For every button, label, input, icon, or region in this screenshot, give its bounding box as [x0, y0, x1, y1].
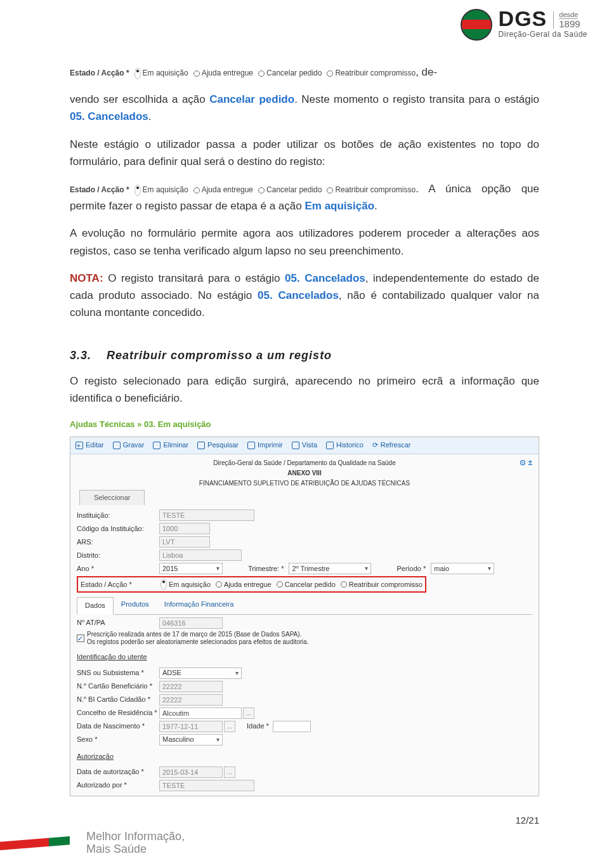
radio-unselected-icon [277, 581, 283, 588]
sexo-label: Sexo * [77, 734, 159, 746]
logo-since-label: desde [559, 11, 578, 19]
tabs: Dados Produtos Informação Financeira [77, 596, 532, 615]
nota-label: NOTA: [70, 272, 103, 284]
gravar-button[interactable]: Gravar [113, 440, 145, 451]
chevron-down-icon: ▾ [216, 563, 219, 574]
section-heading: 3.3. Reatribuir compromisso a um registo [70, 346, 539, 365]
section-number: 3.3. [70, 349, 91, 362]
radio-unselected-icon [216, 581, 222, 588]
trimestre-label: Trimestre: * [248, 563, 284, 575]
radio-ajuda-entregue[interactable]: Ajuda entregue [216, 579, 272, 591]
estado-accao-strip-2: Estado / Acção * Em aquisição Ajuda entr… [70, 184, 416, 196]
radio-selected-icon [134, 185, 141, 196]
date-picker-button[interactable]: … [224, 721, 235, 732]
text-fragment: O registo transitará para o estágio [103, 272, 285, 284]
instituicao-label: Instituição: [77, 510, 159, 522]
accent-05-cancelados: 05. Cancelados [258, 289, 339, 301]
radio-reatribuir[interactable]: Reatribuir compromisso [327, 184, 416, 196]
radio-unselected-icon [193, 187, 200, 194]
bi-label: N.º BI Cartão Cidadão * [77, 694, 159, 706]
radio-unselected-icon [341, 581, 347, 588]
radio-ajuda-entregue[interactable]: Ajuda entregue [193, 67, 253, 79]
radio-unselected-icon [327, 70, 333, 77]
delete-icon [153, 442, 160, 449]
distrito-label: Distrito: [77, 550, 159, 562]
radio-cancelar-pedido[interactable]: Cancelar pedido [258, 184, 322, 196]
accent-05-cancelados: 05. Cancelados [285, 272, 365, 284]
page-number: 12/21 [0, 796, 609, 831]
sns-select[interactable]: ADSE▾ [159, 667, 242, 679]
radio-ajuda-entregue[interactable]: Ajuda entregue [193, 184, 253, 196]
section-title: Reatribuir compromisso a um registo [107, 349, 332, 362]
accent-cancelar-pedido: Cancelar pedido [209, 93, 294, 105]
header-logo: DGS desde 1899 Direção-Geral da Saúde [461, 9, 587, 41]
date-picker-button[interactable]: … [224, 766, 235, 778]
ident-utente-title: Identificação do utente [77, 652, 147, 663]
paragraph-3: A evolução no formulário permite agora a… [70, 225, 539, 259]
radio-cancelar-pedido[interactable]: Cancelar pedido [258, 67, 322, 79]
radio-em-aquisicao[interactable]: Em aquisição [134, 184, 188, 196]
pesquisar-button[interactable]: Pesquisar [197, 440, 239, 451]
concelho-label: Concelho de Residência * [77, 707, 159, 719]
aut-por-label: Autorizado por * [77, 780, 159, 791]
text-fragment: , de- [416, 66, 437, 78]
tab-produtos[interactable]: Produtos [114, 596, 157, 614]
radio-reatribuir[interactable]: Reatribuir compromisso [341, 579, 422, 591]
sexo-select[interactable]: Masculino▾ [159, 734, 223, 746]
bi-field[interactable] [159, 694, 223, 706]
app-header-line2: ANEXO VIII [70, 468, 539, 478]
data-aut-label: Data de autorização * [77, 766, 159, 778]
cartao-field[interactable] [159, 681, 223, 692]
trimestre-select[interactable]: 2º Trimestre▾ [289, 563, 371, 574]
accent-em-aquisicao: Em aquisição [304, 200, 374, 212]
idade-field[interactable] [273, 721, 311, 732]
eliminar-button[interactable]: Eliminar [153, 440, 188, 451]
lookup-button[interactable]: … [243, 707, 254, 719]
tab-dados[interactable]: Dados [77, 597, 114, 615]
concelho-field[interactable] [159, 707, 242, 719]
app-header: Direção-Geral da Saúde / Departamento da… [70, 454, 539, 490]
estado-accao-highlight: Estado / Acção * Em aquisição Ajuda entr… [77, 576, 426, 593]
sns-label: SNS ou Subsistema * [77, 667, 159, 679]
app-header-line3: FINANCIAMENTO SUPLETIVO DE ATRIBUIÇÃO DE… [70, 478, 539, 489]
footer-swoosh-icon [0, 836, 70, 850]
ars-field [159, 536, 210, 548]
radio-unselected-icon [193, 70, 200, 77]
ano-select[interactable]: 2015▾ [159, 563, 223, 574]
codigo-field [159, 523, 210, 534]
estado-label: Estado / Acção * [81, 579, 155, 591]
vista-button[interactable]: Vista [292, 440, 317, 451]
header-utility-icons[interactable]: ⊙ ± [520, 457, 532, 469]
tab-info-financeira[interactable]: Informação Financeira [157, 596, 241, 614]
natpa-field [159, 617, 223, 629]
cartao-label: N.º Cartão Beneficiário * [77, 681, 159, 692]
page-footer: Melhor Informação, Mais Saúde [0, 831, 609, 860]
accent-05-cancelados: 05. Cancelados [70, 110, 148, 122]
refrescar-button[interactable]: ⟳Refrescar [372, 440, 411, 451]
periodo-select[interactable]: maio▾ [431, 563, 494, 574]
ano-label: Ano * [77, 563, 159, 575]
footer-line2: Mais Saúde [86, 843, 185, 856]
radio-em-aquisicao[interactable]: Em aquisição [160, 579, 211, 590]
editar-button[interactable]: Editar [75, 440, 104, 451]
codigo-label: Código da Instituição: [77, 523, 159, 535]
distrito-field [159, 549, 242, 561]
seleccionar-tab[interactable]: Seleccionar [79, 490, 145, 506]
logo-subtitle: Direção-Geral da Saúde [499, 29, 587, 41]
text-fragment: . [374, 200, 377, 212]
radio-selected-icon [134, 68, 141, 79]
nasc-field[interactable] [159, 721, 223, 732]
radio-cancelar-pedido[interactable]: Cancelar pedido [277, 579, 336, 591]
refresh-icon: ⟳ [372, 440, 378, 451]
imprimir-button[interactable]: Imprimir [247, 440, 283, 451]
presc-checkbox[interactable] [77, 635, 84, 642]
periodo-label: Período * [396, 563, 426, 575]
toolbar: Editar Gravar Eliminar Pesquisar Imprimi… [70, 437, 539, 454]
chevron-down-icon: ▾ [365, 563, 368, 574]
radio-em-aquisicao[interactable]: Em aquisição [134, 67, 188, 79]
save-icon [113, 442, 121, 449]
section-intro: O registo selecionado para edição surgir… [70, 372, 539, 407]
data-aut-field[interactable] [159, 766, 223, 778]
historico-button[interactable]: Historico [326, 440, 363, 451]
radio-reatribuir[interactable]: Reatribuir compromisso [327, 67, 416, 79]
